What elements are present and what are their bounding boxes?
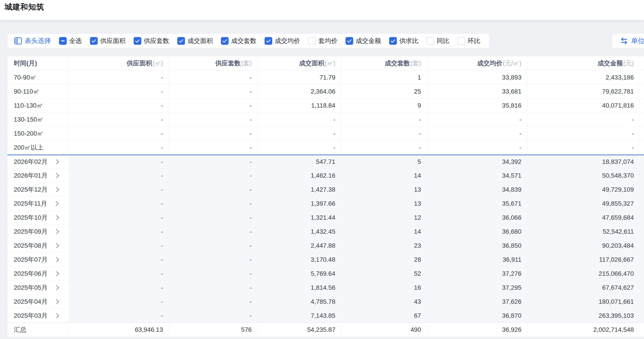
row-label-cell: 130-150㎡	[8, 113, 69, 127]
row-label-cell[interactable]: 2025年03月	[8, 309, 69, 323]
expand-chevron-icon[interactable]	[54, 257, 59, 262]
checkbox-checked-icon[interactable]	[221, 37, 228, 45]
checkbox-label: 供求比	[399, 37, 418, 45]
checkbox-indeterminate-icon[interactable]	[59, 37, 67, 45]
cell-value: -	[250, 200, 252, 207]
row-label: 2026年02月	[14, 158, 48, 166]
value-cell: -	[258, 127, 342, 141]
row-label-cell[interactable]: 2026年02月	[8, 155, 69, 169]
cell-value: -	[250, 186, 252, 193]
cell-value: -	[161, 186, 163, 193]
column-checkbox-成交面积[interactable]: 成交面积	[177, 37, 213, 45]
column-checkbox-套均价[interactable]: 套均价	[308, 37, 338, 45]
checkbox-checked-icon[interactable]	[389, 37, 397, 45]
value-cell: 40,071,816	[528, 98, 640, 113]
value-cell: -	[69, 127, 169, 141]
cell-value: -	[250, 172, 252, 179]
column-checkbox-供求比[interactable]: 供求比	[389, 37, 418, 45]
checkbox-checked-icon[interactable]	[177, 37, 185, 45]
expand-chevron-icon[interactable]	[54, 271, 59, 276]
cell-value: 52	[414, 270, 421, 277]
cell-value: 490	[410, 326, 421, 333]
row-label: 2025年05月	[14, 283, 48, 292]
column-checkbox-全选[interactable]: 全选	[59, 37, 82, 45]
value-cell: 4,785.78	[258, 295, 342, 309]
row-label-cell[interactable]: 2025年12月	[8, 183, 69, 197]
value-cell: 16	[342, 281, 427, 295]
expand-chevron-icon[interactable]	[54, 215, 59, 220]
cell-value: -	[333, 130, 335, 137]
cell-value: -	[250, 158, 252, 165]
cell-value: 576	[241, 326, 252, 333]
row-label-cell[interactable]: 2025年06月	[8, 267, 69, 281]
cell-value: 180,071,661	[598, 298, 634, 305]
column-checkbox-供应套数[interactable]: 供应套数	[134, 37, 169, 45]
value-cell: 3,170.48	[258, 253, 342, 267]
cell-value: 37,276	[502, 270, 522, 277]
checkbox-unchecked-icon[interactable]	[458, 37, 465, 45]
cell-value: 54,235.87	[307, 326, 335, 333]
expand-chevron-icon[interactable]	[54, 313, 59, 318]
cell-value: 40,071,816	[602, 102, 634, 109]
row-label-cell[interactable]: 2025年11月	[8, 197, 69, 211]
expand-chevron-icon[interactable]	[54, 187, 59, 192]
value-cell: -	[169, 127, 258, 141]
header-select-button[interactable]: 表头选择	[14, 36, 51, 45]
row-label: 130-150㎡	[14, 115, 44, 124]
column-checkbox-成交金额[interactable]: 成交金额	[346, 37, 381, 45]
expand-chevron-icon[interactable]	[54, 201, 59, 206]
value-cell: -	[169, 225, 258, 239]
row-label-cell[interactable]: 2026年01月	[8, 169, 69, 183]
checkbox-checked-icon[interactable]	[346, 37, 353, 45]
expand-chevron-icon[interactable]	[54, 299, 59, 304]
checkbox-checked-icon[interactable]	[264, 37, 272, 45]
value-cell: -	[169, 253, 258, 267]
row-label-cell: 汇总	[8, 323, 69, 337]
expand-chevron-icon[interactable]	[54, 173, 59, 178]
row-label: 2025年07月	[14, 255, 48, 264]
clipped-cell	[640, 225, 644, 239]
row-label-cell[interactable]: 2025年09月	[8, 225, 69, 239]
value-cell: -	[169, 113, 258, 127]
cell-value: 79,622,781	[602, 88, 634, 95]
column-checkbox-成交套数[interactable]: 成交套数	[221, 37, 256, 45]
cell-value: 13	[414, 186, 421, 193]
value-cell: -	[169, 169, 258, 183]
clipped-cell	[640, 267, 644, 281]
checkbox-label: 成交均价	[275, 37, 300, 45]
row-label-cell[interactable]: 2025年08月	[8, 239, 69, 253]
column-checkbox-环比[interactable]: 环比	[458, 37, 480, 45]
clipped-cell	[640, 155, 644, 169]
unit-switch-button[interactable]: 单位切换	[612, 34, 644, 48]
expand-chevron-icon[interactable]	[54, 159, 59, 165]
expand-chevron-icon[interactable]	[54, 285, 59, 290]
checkbox-unchecked-icon[interactable]	[426, 37, 434, 45]
cell-value: 63,946.13	[135, 326, 163, 333]
value-cell: 1,397.66	[258, 197, 342, 211]
row-label-cell[interactable]: 2025年05月	[8, 281, 69, 295]
value-cell: 37,295	[427, 281, 528, 295]
row-label: 汇总	[14, 326, 26, 334]
column-checkbox-同比[interactable]: 同比	[426, 37, 449, 45]
row-label-cell[interactable]: 2025年04月	[8, 295, 69, 309]
cell-value: -	[419, 116, 421, 123]
value-cell: -	[427, 127, 528, 141]
value-cell: -	[69, 84, 169, 98]
value-cell: -	[169, 309, 258, 323]
checkbox-unchecked-icon[interactable]	[308, 37, 316, 45]
row-label-cell[interactable]: 2025年10月	[8, 211, 69, 225]
cell-value: -	[419, 130, 421, 137]
cell-value: -	[632, 116, 634, 123]
row-label-cell: 90-110㎡	[8, 84, 69, 98]
checkbox-label: 供应面积	[100, 37, 126, 45]
expand-chevron-icon[interactable]	[54, 243, 59, 248]
column-header-label: 成交面积	[299, 59, 324, 67]
checkbox-checked-icon[interactable]	[90, 37, 98, 45]
expand-chevron-icon[interactable]	[54, 229, 59, 234]
column-checkbox-供应面积[interactable]: 供应面积	[90, 37, 126, 45]
row-label-cell[interactable]: 2025年07月	[8, 253, 69, 267]
checkbox-checked-icon[interactable]	[134, 37, 141, 45]
value-cell: 2,364.06	[258, 84, 342, 98]
column-header: 成交均价(元/㎡)	[427, 56, 528, 70]
column-checkbox-成交均价[interactable]: 成交均价	[264, 37, 300, 45]
